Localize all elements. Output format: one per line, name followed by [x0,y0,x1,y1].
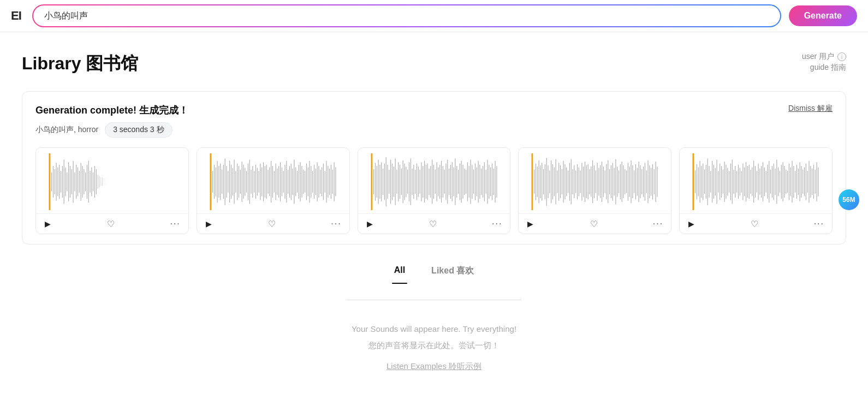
waveform-display-2 [197,148,349,213]
avatar[interactable]: 56M [839,189,859,210]
waveform-display-3 [358,148,510,213]
more-button-5[interactable]: ··· [814,219,824,229]
more-button-4[interactable]: ··· [653,219,663,229]
guide-label: guide 指南 [810,63,846,73]
like-button-1[interactable]: ♡ [107,219,115,229]
tab-all[interactable]: All [392,260,407,283]
like-button-3[interactable]: ♡ [429,219,437,229]
empty-state-line1: Your Sounds will appear here. Try everyt… [22,321,846,337]
waveform-controls-5: ▶ ♡ ··· [680,213,832,234]
listen-examples-link[interactable]: Listen Examples 聆听示例 [387,361,481,371]
generate-button[interactable]: Generate [789,5,857,26]
more-button-1[interactable]: ··· [170,219,180,229]
like-button-2[interactable]: ♡ [268,219,276,229]
waveform-controls-3: ▶ ♡ ··· [358,213,510,234]
logo: EI [11,9,21,23]
dismiss-link[interactable]: Dismiss 解雇 [788,104,833,114]
tab-liked[interactable]: Liked 喜欢 [429,260,476,283]
waveform-display-5 [680,148,832,213]
waveform-card-4: ▶ ♡ ··· [518,147,671,234]
gen-prompt: 小鸟的叫声, horror [35,125,98,135]
main-content: Library 图书馆 user 用户 i guide 指南 Generatio… [0,32,868,396]
user-guide-area: user 用户 i guide 指南 [802,52,846,73]
waveform-card-1: ▶ ♡ ··· [35,147,189,234]
gen-meta: 小鸟的叫声, horror 3 seconds 3 秒 [35,122,833,138]
gen-complete-title: Generation complete! 生成完成！ [35,104,188,117]
play-button-2[interactable]: ▶ [205,218,213,229]
page-title: Library 图书馆 [22,52,138,76]
play-button-4[interactable]: ▶ [526,218,534,229]
like-button-5[interactable]: ♡ [751,219,758,229]
like-button-4[interactable]: ♡ [590,219,598,229]
topbar: EI Generate [0,0,868,32]
tabs-underline [347,300,521,300]
waveform-controls-2: ▶ ♡ ··· [197,213,349,234]
tabs-row: All Liked 喜欢 [22,260,846,283]
guide-label-row: guide 指南 [810,63,846,73]
empty-state-line2: 您的声音将显示在此处。尝试一切！ [22,337,846,354]
tabs-underline-row [22,300,846,300]
waveform-card-5: ▶ ♡ ··· [679,147,833,234]
generation-card: Generation complete! 生成完成！ Dismiss 解雇 小鸟… [22,91,846,245]
user-label-row: user 用户 i [802,52,846,62]
waveform-display-4 [519,148,671,213]
user-label: user 用户 [802,52,834,62]
waveform-card-2: ▶ ♡ ··· [197,147,350,234]
waveform-controls-4: ▶ ♡ ··· [519,213,671,234]
header-row: Library 图书馆 user 用户 i guide 指南 [22,52,846,76]
play-button-1[interactable]: ▶ [44,218,52,229]
waveforms-row: ▶ ♡ ··· [35,147,833,234]
more-button-3[interactable]: ··· [492,219,502,229]
play-button-5[interactable]: ▶ [687,218,695,229]
waveform-card-3: ▶ ♡ ··· [358,147,511,234]
search-input[interactable] [32,4,781,27]
waveform-controls-1: ▶ ♡ ··· [36,213,188,234]
more-button-2[interactable]: ··· [331,219,341,229]
gen-card-header: Generation complete! 生成完成！ Dismiss 解雇 [35,104,833,117]
play-button-3[interactable]: ▶ [366,218,374,229]
waveform-display-1 [36,148,188,213]
info-icon[interactable]: i [837,52,846,61]
empty-state: Your Sounds will appear here. Try everyt… [22,315,846,385]
seconds-badge: 3 seconds 3 秒 [105,122,172,138]
search-wrapper [32,4,781,27]
